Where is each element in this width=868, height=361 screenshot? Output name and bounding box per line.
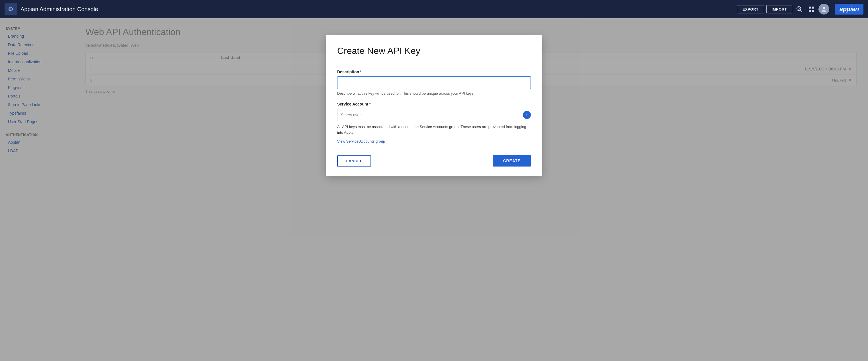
svg-line-1 — [801, 10, 802, 12]
search-icon[interactable] — [795, 4, 804, 14]
svg-point-8 — [822, 10, 826, 12]
description-hint: Describe what this key will be used for.… — [337, 91, 531, 95]
grid-icon[interactable] — [806, 4, 816, 14]
svg-rect-6 — [812, 10, 814, 12]
svg-rect-4 — [812, 6, 814, 8]
svg-point-7 — [823, 7, 825, 9]
svg-point-2 — [798, 8, 800, 9]
modal-footer: CANCEL CREATE — [337, 152, 531, 167]
import-button[interactable]: IMPORT — [766, 5, 793, 13]
header-logo-wrap: ⚙ Appian Administration Console — [5, 3, 737, 16]
header-actions: EXPORT IMPORT appian — [737, 4, 863, 15]
service-account-label: Service Account* — [337, 102, 531, 106]
modal-overlay: Create New API Key Description* Describe… — [0, 18, 868, 361]
modal-divider — [337, 63, 531, 63]
app-header: ⚙ Appian Administration Console EXPORT I… — [0, 0, 868, 18]
description-label: Description* — [337, 70, 531, 74]
header-title: Appian Administration Console — [21, 6, 98, 12]
gear-icon: ⚙ — [5, 3, 17, 16]
view-service-accounts-link[interactable]: View Service Accounts group — [337, 139, 385, 143]
service-account-input[interactable] — [337, 109, 520, 121]
service-account-row: + — [337, 109, 531, 121]
svg-rect-3 — [809, 6, 811, 8]
avatar[interactable] — [818, 4, 829, 15]
svg-rect-5 — [809, 10, 811, 12]
modal-title: Create New API Key — [337, 46, 531, 56]
create-button[interactable]: CREATE — [493, 155, 531, 167]
description-input[interactable] — [337, 77, 531, 89]
export-button[interactable]: EXPORT — [737, 5, 764, 13]
service-account-hint: All API keys must be associated with a u… — [337, 124, 531, 135]
create-api-key-modal: Create New API Key Description* Describe… — [326, 35, 542, 176]
appian-logo: appian — [835, 4, 863, 15]
add-user-icon[interactable]: + — [523, 111, 531, 119]
cancel-button[interactable]: CANCEL — [337, 156, 371, 167]
